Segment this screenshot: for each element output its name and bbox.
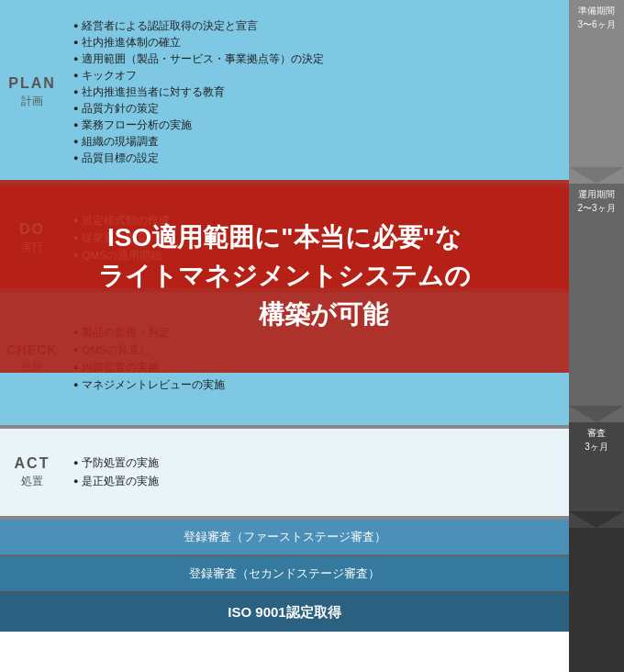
plan-item: 社内推進担当者に対する教育 <box>73 85 560 99</box>
prep-arrow <box>569 167 624 184</box>
act-label: ACT 処置 <box>0 429 64 516</box>
svg-marker-0 <box>569 167 624 184</box>
plan-item: 適用範囲（製品・サービス・事業拠点等）の決定 <box>73 52 560 66</box>
audit-iso-label: ISO 9001認定取得 <box>228 604 340 622</box>
audit-second-label: 登録審査（セカンドステージ審査） <box>189 566 380 582</box>
plan-item: 業務フロー分析の実施 <box>73 118 560 132</box>
act-item: 予防処置の実施 <box>73 456 560 470</box>
timeline-audit: 審査 3ヶ月 <box>569 422 624 528</box>
plan-item: キックオフ <box>73 69 560 83</box>
overlay-banner: ISO適用範囲に"本当に必要"なライトマネジメントシステムの 構築が可能 <box>0 180 569 373</box>
act-item: 是正処置の実施 <box>73 475 560 488</box>
plan-label: PLAN 計画 <box>0 0 64 184</box>
act-en: ACT <box>15 455 50 472</box>
main-area: PLAN 計画 経営者による認証取得の決定と宣言社内推進体制の確立適用範囲（製品… <box>0 0 569 672</box>
plan-en: PLAN <box>8 75 56 92</box>
plan-item: 品質目標の設定 <box>73 151 560 165</box>
plan-item: 品質方針の策定 <box>73 102 560 116</box>
timeline-audit-label: 審査 3ヶ月 <box>583 422 610 457</box>
main-container: PLAN 計画 経営者による認証取得の決定と宣言社内推進体制の確立適用範囲（製品… <box>0 0 624 672</box>
act-section: ACT 処置 予防処置の実施是正処置の実施 <box>0 429 569 516</box>
check-item: マネジメントレビューの実施 <box>73 378 560 392</box>
op-arrow <box>569 406 624 422</box>
svg-marker-1 <box>569 406 624 422</box>
timeline-prep-label: 準備期間 3〜6ヶ月 <box>575 0 617 35</box>
act-items: 予防処置の実施是正処置の実施 <box>64 429 569 516</box>
timeline-operation: 運用期間 2〜3ヶ月 <box>569 184 624 422</box>
svg-marker-2 <box>569 511 624 528</box>
timeline-op-label: 運用期間 2〜3ヶ月 <box>575 184 617 218</box>
audit-second-section: 登録審査（セカンドステージ審査） <box>0 556 569 591</box>
audit-first-section: 登録審査（ファーストステージ審査） <box>0 520 569 554</box>
plan-section: PLAN 計画 経営者による認証取得の決定と宣言社内推進体制の確立適用範囲（製品… <box>0 0 569 184</box>
audit-arrow <box>569 511 624 528</box>
audit-first-label: 登録審査（ファーストステージ審査） <box>184 529 386 545</box>
plan-item: 社内推進体制の確立 <box>73 36 560 50</box>
plan-item: 組織の現場調査 <box>73 135 560 149</box>
plan-items: 経営者による認証取得の決定と宣言社内推進体制の確立適用範囲（製品・サービス・事業… <box>64 0 569 184</box>
right-timeline-bar: 準備期間 3〜6ヶ月 運用期間 2〜3ヶ月 審査 3ヶ月 <box>569 0 624 672</box>
audit-iso-section: ISO 9001認定取得 <box>0 593 569 632</box>
plan-item: 経営者による認証取得の決定と宣言 <box>73 19 560 33</box>
timeline-prep: 準備期間 3〜6ヶ月 <box>569 0 624 184</box>
plan-jp: 計画 <box>21 94 43 109</box>
timeline-bottom <box>569 528 624 672</box>
act-jp: 処置 <box>21 474 43 489</box>
overlay-text: ISO適用範囲に"本当に必要"なライトマネジメントシステムの 構築が可能 <box>98 218 471 334</box>
